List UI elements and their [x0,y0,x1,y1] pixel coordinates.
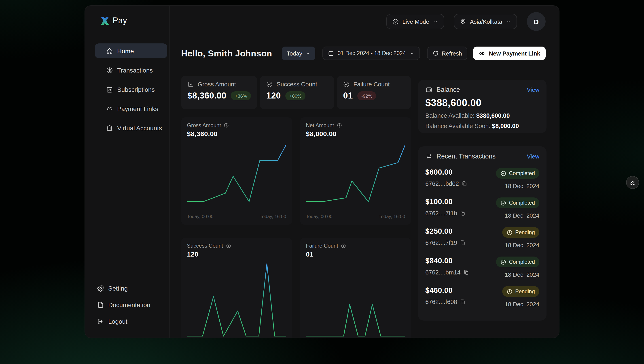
sidebar-item-payment-links[interactable]: Payment Links [95,101,167,116]
transaction-date: 18 Dec, 2024 [505,183,539,190]
chart-card-failure-count: Failure Count 01 [300,238,411,338]
link-icon [106,105,113,112]
sidebar-item-transactions[interactable]: Transactions [95,63,167,77]
x-axis-end: Today, 16:00 [260,214,286,219]
info-icon[interactable] [224,123,229,128]
line-chart-icon [188,81,194,88]
balance-total: $388,600.00 [425,97,539,109]
balance-card: Balance View $388,600.00 Balance Availab… [418,80,546,133]
chart-title: Failure Count [306,243,338,249]
sidebar-item-setting[interactable]: Setting [97,285,170,292]
home-icon [106,47,113,54]
x-axis-labels: Today, 00:00 Today, 16:00 [306,214,405,220]
x-axis-start: Today, 00:00 [306,214,332,219]
stat-label: Success Count [276,81,317,88]
transaction-date: 18 Dec, 2024 [505,212,539,219]
balance-view-link[interactable]: View [527,86,539,93]
period-label: Today [287,50,302,57]
copy-icon[interactable] [462,181,467,187]
status-badge: Completed [496,168,539,179]
copy-icon[interactable] [463,270,469,275]
info-icon[interactable] [226,243,231,249]
transaction-id: 6762....bd02 [425,180,459,187]
period-selector[interactable]: Today [282,47,315,60]
transaction-row: $460.00 6762....f608 Pending 18 Dec, 202… [425,286,539,308]
chart-value: $8,360.00 [187,130,286,137]
status-label: Completed [509,259,535,265]
wallet-icon [425,86,432,93]
check-circle-icon [392,18,399,25]
delta-badge: -92% [357,91,376,100]
sidebar-item-home[interactable]: Home [95,43,167,58]
balance-available-line: Balance Available: $380,600.00 [425,112,539,119]
info-icon[interactable] [341,243,346,249]
transaction-row: $840.00 6762....bm14 Completed 18 Dec, 2… [425,257,539,278]
stat-card-gross-amount: Gross Amount $8,360.00 +36% [181,76,258,109]
transaction-date: 18 Dec, 2024 [505,301,539,308]
info-icon[interactable] [336,123,342,128]
content: Gross Amount $8,360.00 +36% [181,76,546,337]
chevron-down-icon [433,19,438,24]
avatar[interactable]: D [527,12,546,31]
stat-value: $8,360.00 [188,91,226,101]
chart-value: 01 [306,250,405,258]
status-label: Completed [509,170,535,176]
calendar-clock-icon [106,86,113,93]
sidebar-item-label: Documentation [108,301,150,308]
sidebar-item-virtual-accounts[interactable]: Virtual Accounts [95,120,167,135]
transaction-id: 6762....7f19 [425,240,457,246]
date-range-selector[interactable]: 01 Dec 2024 - 18 Dec 2024 [322,47,420,60]
transaction-id: 6762....bm14 [425,269,461,276]
balance-soon-value: $8,000.00 [492,123,519,129]
sidebar-item-label: Payment Links [117,105,158,112]
timezone-selector[interactable]: Asia/Kolkata [454,14,517,29]
transaction-amount: $250.00 [425,227,466,236]
transaction-date: 18 Dec, 2024 [505,242,539,249]
copy-icon[interactable] [460,211,466,216]
delta-badge: +36% [231,91,251,100]
status-badge: Completed [496,198,539,208]
metrics-column: Gross Amount $8,360.00 +36% [181,76,411,337]
live-mode-selector[interactable]: Live Mode [386,14,444,29]
chart-card-success-count: Success Count 120 [181,238,292,338]
status-icon [500,170,506,176]
failure-count-line-chart [306,261,405,338]
sidebar-footer: Setting Documentation Logout [85,285,170,325]
stat-label: Failure Count [353,81,390,88]
refresh-label: Refresh [442,50,462,57]
sidebar-item-subscriptions[interactable]: Subscriptions [95,82,167,97]
chevron-down-icon [305,51,310,56]
status-badge: Pending [502,286,539,297]
check-circle-icon [343,81,350,88]
balance-available-label: Balance Available: [425,112,474,119]
status-label: Pending [515,229,535,236]
transaction-amount: $100.00 [425,198,466,206]
timezone-label: Asia/Kolkata [470,18,502,25]
page-title: Hello, Smith Johnson [181,48,282,58]
balance-soon-label: Balance Available Soon: [425,123,490,129]
copy-icon[interactable] [460,240,466,246]
transactions-view-link[interactable]: View [527,153,539,160]
edit-fab[interactable] [626,176,639,189]
stat-card-success-count: Success Count 120 +80% [260,76,334,109]
transaction-id: 6762....f608 [425,299,457,305]
refresh-icon [432,50,438,56]
refresh-button[interactable]: Refresh [427,47,467,60]
balance-title: Balance [436,86,460,93]
new-payment-link-button[interactable]: New Payment Link [473,47,546,60]
sidebar-item-documentation[interactable]: Documentation [97,301,170,308]
sidebar-item-label: Virtual Accounts [117,124,162,131]
chart-title: Gross Amount [187,122,221,128]
status-icon [507,230,512,235]
transactions-title: Recent Transactions [436,153,496,160]
sidebar-nav: Home Transactions Subscriptions [85,43,170,135]
sidebar-item-label: Subscriptions [117,86,155,93]
status-icon [507,289,512,294]
sidebar-item-logout[interactable]: Logout [97,318,170,325]
main-area: Live Mode Asia/Kolkata D [170,6,559,337]
balance-available-value: $380,600.00 [476,112,510,119]
copy-icon[interactable] [460,299,466,305]
brand-name: Pay [113,16,127,26]
live-mode-label: Live Mode [402,18,429,25]
sidebar-item-label: Home [117,47,134,54]
